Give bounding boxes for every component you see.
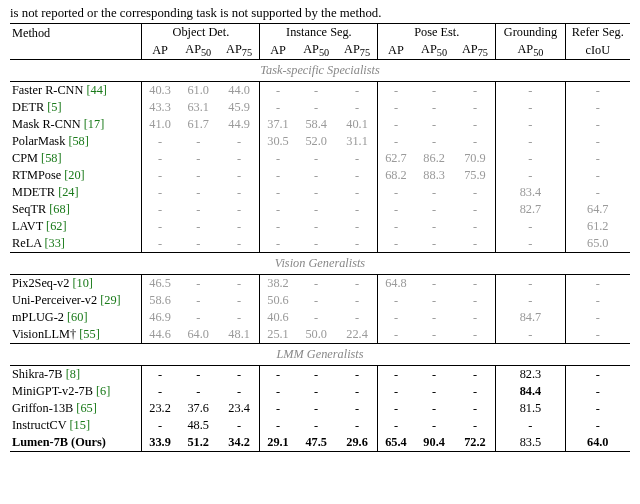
value-cell: 37.6 [178,400,219,417]
value-cell: 68.2 [378,167,414,184]
table-row: VisionLLM† [55]44.664.048.125.150.022.4-… [10,326,630,344]
value-cell: - [378,116,414,133]
value-cell: - [455,235,496,253]
value-cell: 65.4 [378,434,414,452]
table-row: Lumen-7B (Ours)33.951.234.229.147.529.66… [10,434,630,452]
value-cell: - [219,292,260,309]
citation-link[interactable]: [65] [76,401,97,415]
citation-link[interactable]: [29] [100,293,121,307]
value-cell: 62.7 [378,150,414,167]
value-cell: 43.3 [142,99,178,116]
value-cell: 51.2 [178,434,219,452]
value-cell: - [496,218,565,235]
citation-link[interactable]: [10] [72,276,93,290]
value-cell: - [414,383,455,400]
value-cell: 72.2 [455,434,496,452]
value-cell: 81.5 [496,400,565,417]
value-cell: - [219,167,260,184]
value-cell: - [378,383,414,400]
citation-link[interactable]: [24] [58,185,79,199]
value-cell: - [260,218,296,235]
value-cell: - [296,235,337,253]
results-table: Method Object Det. Instance Seg. Pose Es… [10,23,630,452]
value-cell: 46.5 [142,275,178,293]
value-cell: - [414,292,455,309]
value-cell: - [496,292,565,309]
value-cell: 45.9 [219,99,260,116]
value-cell: - [260,82,296,100]
value-cell: 50.0 [296,326,337,344]
value-cell: - [296,201,337,218]
citation-link[interactable]: [15] [70,418,91,432]
table-row: DETR [5]43.363.145.9-------- [10,99,630,116]
citation-link[interactable]: [44] [86,83,107,97]
value-cell: - [219,366,260,384]
citation-link[interactable]: [62] [46,219,67,233]
value-cell: - [565,116,630,133]
value-cell: - [142,417,178,434]
value-cell: - [455,383,496,400]
value-cell: - [455,275,496,293]
value-cell: - [260,366,296,384]
value-cell: 58.4 [296,116,337,133]
value-cell: - [455,116,496,133]
value-cell: 84.7 [496,309,565,326]
value-cell: - [178,150,219,167]
value-cell: - [414,116,455,133]
value-cell: 64.0 [565,434,630,452]
citation-link[interactable]: [20] [64,168,85,182]
value-cell: - [378,218,414,235]
value-cell: 75.9 [455,167,496,184]
value-cell: - [414,309,455,326]
table-row: Uni-Perceiver-v2 [29]58.6--50.6------- [10,292,630,309]
value-cell: 44.9 [219,116,260,133]
value-cell: - [296,417,337,434]
value-cell: - [455,417,496,434]
value-cell: - [260,150,296,167]
citation-link[interactable]: [8] [66,367,80,381]
value-cell: - [414,235,455,253]
value-cell: - [142,218,178,235]
citation-link[interactable]: [68] [49,202,70,216]
value-cell: - [414,275,455,293]
citation-link[interactable]: [6] [96,384,110,398]
table-row: MDETR [24]---------83.4- [10,184,630,201]
value-cell: - [296,383,337,400]
value-cell: - [219,417,260,434]
value-cell: 23.4 [219,400,260,417]
value-cell: - [337,235,378,253]
citation-link[interactable]: [17] [84,117,105,131]
value-cell: - [260,201,296,218]
value-cell: - [455,326,496,344]
value-cell: - [296,275,337,293]
value-cell: - [142,167,178,184]
value-cell: 65.0 [565,235,630,253]
citation-link[interactable]: [55] [79,327,100,341]
col-method: Method [10,24,142,60]
value-cell: - [496,99,565,116]
value-cell: - [496,275,565,293]
citation-link[interactable]: [33] [44,236,65,250]
value-cell: 64.8 [378,275,414,293]
value-cell: 31.1 [337,133,378,150]
sub-ap50: AP50 [296,41,337,60]
citation-link[interactable]: [60] [67,310,88,324]
method-cell: LAVT [62] [10,218,142,235]
citation-link[interactable]: [5] [47,100,61,114]
value-cell: - [378,417,414,434]
value-cell: - [496,133,565,150]
value-cell: - [565,275,630,293]
value-cell: 41.0 [142,116,178,133]
method-cell: InstructCV [15] [10,417,142,434]
value-cell: - [142,201,178,218]
value-cell: 40.3 [142,82,178,100]
value-cell: - [337,309,378,326]
table-row: InstructCV [15]-48.5--------- [10,417,630,434]
value-cell: - [142,235,178,253]
method-cell: PolarMask [58] [10,133,142,150]
value-cell: - [178,275,219,293]
citation-link[interactable]: [58] [68,134,89,148]
value-cell: 48.5 [178,417,219,434]
citation-link[interactable]: [58] [41,151,62,165]
value-cell: - [378,292,414,309]
